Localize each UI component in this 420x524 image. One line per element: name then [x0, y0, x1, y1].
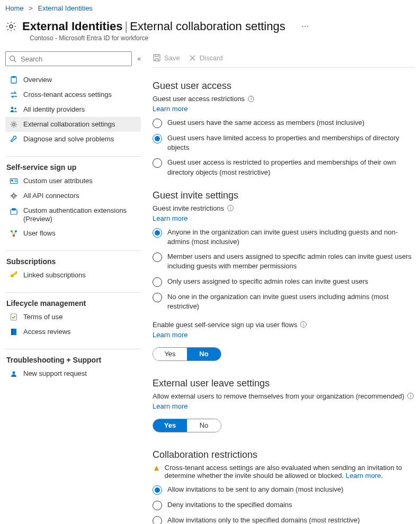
- svg-point-13: [13, 234, 15, 237]
- svg-point-8: [12, 180, 13, 182]
- svg-rect-10: [12, 209, 15, 210]
- guest-invite-option-2[interactable]: Only users assigned to specific admin ro…: [153, 277, 415, 287]
- breadcrumb: Home > External Identities: [5, 4, 415, 16]
- toolbar: Save Discard: [153, 51, 415, 68]
- learn-more-leave[interactable]: Learn more: [153, 402, 415, 410]
- radio-icon[interactable]: [153, 485, 162, 495]
- nav-terms-of-use[interactable]: Terms of use: [5, 310, 141, 324]
- learn-more-collab-warning[interactable]: Learn more: [346, 472, 381, 480]
- nav-linked-subs[interactable]: Linked subscriptions: [5, 268, 141, 283]
- section-guest-invite-title: Guest invite settings: [153, 190, 415, 201]
- guest-access-option-1[interactable]: Guest users have limited access to prope…: [153, 133, 415, 152]
- nav-identity-providers[interactable]: All identity providers: [5, 102, 141, 117]
- nav-custom-auth-ext[interactable]: Custom authentication extensions (Previe…: [5, 203, 141, 226]
- collapse-sidebar-button[interactable]: «: [137, 55, 141, 62]
- toggle-no[interactable]: No: [187, 348, 221, 360]
- guest-invite-option-0[interactable]: Anyone in the organization can invite gu…: [153, 228, 415, 247]
- search-icon: [9, 55, 16, 62]
- radio-icon[interactable]: [153, 293, 162, 302]
- check-doc-icon: [10, 313, 18, 321]
- people-icon: [10, 105, 18, 114]
- nav-user-flows[interactable]: User flows: [5, 226, 141, 241]
- radio-label: Member users and users assigned to speci…: [167, 252, 415, 271]
- warning-icon: ▲: [153, 464, 160, 472]
- guest-access-option-2[interactable]: Guest user access is restricted to prope…: [153, 158, 415, 177]
- info-icon[interactable]: i: [248, 96, 254, 102]
- page-subtitle: Contoso - Microsoft Entra ID for workfor…: [30, 34, 415, 42]
- learn-more-guest-access[interactable]: Learn more: [153, 105, 415, 113]
- more-actions-button[interactable]: ⋯: [291, 22, 309, 31]
- nav-custom-attributes[interactable]: Custom user attributes: [5, 174, 141, 188]
- guest-invite-label: Guest invite restrictions i: [153, 204, 415, 212]
- discard-button[interactable]: Discard: [189, 54, 223, 62]
- svg-point-4: [11, 107, 13, 109]
- guest-invite-option-3[interactable]: No one in the organization can invite gu…: [153, 292, 415, 311]
- toggle-yes[interactable]: Yes: [153, 348, 187, 360]
- svg-point-1: [10, 56, 15, 61]
- radio-label: Guest user access is restricted to prope…: [167, 158, 415, 177]
- radio-icon[interactable]: [153, 501, 162, 510]
- breadcrumb-current[interactable]: External Identities: [38, 4, 93, 12]
- radio-icon[interactable]: [153, 516, 162, 524]
- nav-access-reviews[interactable]: Access reviews: [5, 324, 141, 339]
- radio-icon[interactable]: [153, 228, 162, 238]
- radio-label: Guest users have limited access to prope…: [167, 133, 415, 152]
- section-subscriptions: Subscriptions: [5, 250, 141, 266]
- save-button[interactable]: Save: [153, 53, 180, 62]
- svg-point-6: [13, 123, 15, 126]
- toggle-yes[interactable]: Yes: [153, 419, 187, 432]
- section-troubleshoot: Troubleshooting + Support: [5, 349, 141, 364]
- nav-external-collab[interactable]: External collaboration settings: [5, 117, 141, 132]
- guest-access-option-0[interactable]: Guest users have the same access as memb…: [153, 118, 415, 128]
- collab-restrict-option-0[interactable]: Allow invitations to be sent to any doma…: [153, 485, 415, 495]
- close-icon: [189, 54, 196, 62]
- self-service-toggle[interactable]: Yes No: [153, 347, 221, 361]
- radio-label: Allow invitations to be sent to any doma…: [167, 485, 343, 494]
- leave-label: Allow external users to remove themselve…: [153, 392, 415, 400]
- support-icon: [10, 369, 18, 378]
- learn-more-self-service[interactable]: Learn more: [153, 331, 415, 339]
- gear-icon: [10, 120, 18, 129]
- extension-icon: [10, 207, 18, 216]
- radio-label: Allow invitations only to the specified …: [167, 516, 360, 524]
- guest-access-label: Guest user access restrictions i: [153, 95, 415, 103]
- nav-diagnose[interactable]: Diagnose and solve problems: [5, 132, 141, 147]
- search-input[interactable]: [20, 55, 128, 64]
- radio-icon[interactable]: [153, 134, 162, 143]
- page-title: External Identities|External collaborati…: [22, 20, 285, 33]
- svg-rect-19: [154, 55, 160, 61]
- toggle-no[interactable]: No: [187, 419, 221, 432]
- nav-overview[interactable]: Overview: [5, 73, 141, 87]
- radio-icon[interactable]: [153, 252, 162, 262]
- radio-icon[interactable]: [153, 277, 162, 287]
- id-card-icon: [10, 177, 18, 185]
- connector-icon: [10, 192, 18, 200]
- svg-point-5: [14, 107, 16, 110]
- main-content: Save Discard Guest user access Guest use…: [141, 51, 415, 524]
- collab-restrict-option-2[interactable]: Allow invitations only to the specified …: [153, 516, 415, 524]
- radio-label: Anyone in the organization can invite gu…: [167, 228, 415, 247]
- book-icon: [10, 328, 18, 336]
- breadcrumb-home[interactable]: Home: [5, 4, 24, 12]
- page-title-row: External Identities|External collaborati…: [5, 20, 415, 33]
- collab-restrict-option-1[interactable]: Deny invitations to the specified domain…: [153, 500, 415, 510]
- nav-cross-tenant[interactable]: Cross-tenant access settings: [5, 87, 141, 102]
- nav-new-support[interactable]: New support request: [5, 366, 141, 381]
- info-icon[interactable]: i: [227, 205, 234, 211]
- self-service-label: Enable guest self-service sign up via us…: [153, 321, 415, 329]
- leave-toggle[interactable]: Yes No: [153, 419, 221, 432]
- learn-more-guest-invite[interactable]: Learn more: [153, 214, 415, 222]
- chevron-right-icon: >: [25, 4, 36, 12]
- svg-rect-3: [12, 76, 15, 78]
- info-icon[interactable]: i: [407, 393, 414, 399]
- nav-api-connectors[interactable]: All API connectors: [5, 188, 141, 203]
- section-leave-title: External user leave settings: [153, 378, 415, 389]
- radio-icon[interactable]: [153, 158, 162, 168]
- radio-icon[interactable]: [153, 119, 162, 128]
- radio-label: No one in the organization can invite gu…: [167, 292, 415, 311]
- flow-icon: [10, 229, 18, 238]
- svg-point-18: [13, 372, 15, 374]
- info-icon[interactable]: i: [300, 321, 307, 328]
- guest-invite-option-1[interactable]: Member users and users assigned to speci…: [153, 252, 415, 271]
- search-box[interactable]: [5, 51, 132, 66]
